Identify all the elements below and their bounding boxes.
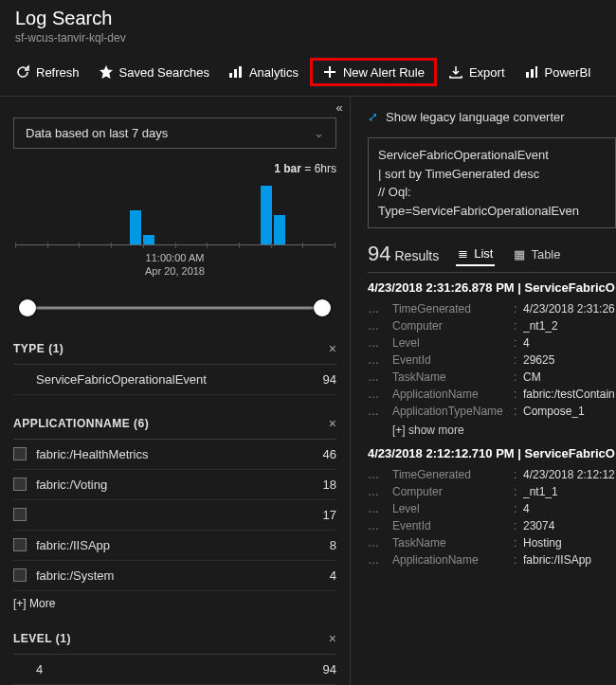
record-field: …ApplicationName:fabric:/testContain [368,386,616,403]
facet-row[interactable]: 494 [13,655,336,685]
histogram-bar[interactable] [274,215,285,244]
field-key: ApplicationName [392,553,514,567]
facet-value-count: 17 [323,508,336,522]
slider-thumb-end[interactable] [314,299,331,316]
chevron-down-icon: ⌄ [314,126,324,140]
query-line: ServiceFabricOperationalEvent [378,146,606,165]
record-field: …TaskName:Hosting [368,534,616,551]
record-field: …Level:4 [368,500,616,517]
field-menu-icon[interactable]: … [368,353,392,367]
field-key: Level [392,336,514,350]
facet-value-label: fabric:/System [36,568,330,583]
facet-close-icon[interactable]: × [329,416,336,431]
field-key: Computer [392,319,514,333]
checkbox[interactable] [13,538,27,551]
facet-row[interactable]: fabric:/HealthMetrics46 [13,440,336,470]
checkbox[interactable] [13,568,27,582]
export-label: Export [469,65,505,80]
field-value: 4 [523,336,616,350]
new-alert-rule-button[interactable]: New Alert Rule [310,58,437,86]
record-field: …Computer:_nt1_1 [368,483,616,500]
result-record: 4/23/2018 2:12:12.710 PM | ServiceFabric… [368,446,616,568]
field-menu-icon[interactable]: … [368,336,392,350]
facet-title: TYPE (1) [13,342,63,355]
field-menu-icon[interactable]: … [368,388,392,401]
facet-row[interactable]: 17 [13,500,336,531]
export-icon [448,64,463,80]
record-field: …TimeGenerated:4/23/2018 2:31:26 [368,300,616,317]
checkbox[interactable] [13,508,27,521]
facet-close-icon[interactable]: × [329,341,336,356]
analytics-icon [228,64,244,80]
facet-value-count: 4 [330,568,336,583]
field-menu-icon[interactable]: … [368,370,392,384]
field-menu-icon[interactable]: … [368,519,392,532]
histogram-bar[interactable] [261,186,272,244]
record-header[interactable]: 4/23/2018 2:12:12.710 PM | ServiceFabric… [368,446,616,460]
facet-value-label: fabric:/Voting [36,478,323,492]
field-menu-icon[interactable]: … [368,302,392,315]
field-menu-icon[interactable]: … [368,319,392,333]
show-legacy-converter[interactable]: ⤢ Show legacy language converter [368,110,616,124]
field-value: Compose_1 [523,405,616,418]
field-value: _nt1_1 [523,485,616,498]
saved-searches-label: Saved Searches [119,65,209,80]
field-menu-icon[interactable]: … [368,553,392,567]
query-box[interactable]: ServiceFabricOperationalEvent | sort by … [368,137,616,228]
histogram-chart[interactable] [15,179,335,245]
histogram-bar[interactable] [130,210,141,244]
checkbox[interactable] [13,478,27,491]
record-field: …Level:4 [368,334,616,352]
refresh-button[interactable]: Refresh [8,60,87,84]
record-field: …TimeGenerated:4/23/2018 2:12:12 [368,466,616,483]
right-panel: ⤢ Show legacy language converter Service… [351,97,616,685]
field-value: 23074 [523,519,616,532]
facet-more[interactable]: [+] More [13,597,336,610]
field-menu-icon[interactable]: … [368,405,392,418]
field-key: TimeGenerated [392,302,514,315]
powerbi-button[interactable]: PowerBI [516,60,599,84]
facet-row[interactable]: fabric:/Voting18 [13,470,336,500]
facet-close-icon[interactable]: × [329,631,336,646]
field-value: CM [523,370,616,384]
record-field: …Computer:_nt1_2 [368,317,616,334]
field-key: TaskName [392,536,514,550]
collapse-left-icon[interactable]: « [331,99,348,116]
field-value: fabric:/IISApp [523,553,616,567]
field-value: fabric:/testContain [523,388,616,401]
field-menu-icon[interactable]: … [368,502,392,515]
saved-searches-button[interactable]: Saved Searches [91,60,217,84]
record-header[interactable]: 4/23/2018 2:31:26.878 PM | ServiceFabric… [368,280,616,295]
facet-value-label: fabric:/HealthMetrics [36,447,323,461]
list-icon: ≣ [458,246,468,261]
field-value: 4 [523,502,616,515]
checkbox[interactable] [13,447,27,460]
field-menu-icon[interactable]: … [368,536,392,550]
facet-row[interactable]: fabric:/IISApp8 [13,531,336,561]
analytics-button[interactable]: Analytics [221,60,306,84]
field-menu-icon[interactable]: … [368,485,392,498]
histogram-bar[interactable] [143,235,154,244]
export-button[interactable]: Export [441,60,513,84]
record-field: …TaskName:CM [368,369,616,386]
refresh-label: Refresh [36,65,80,80]
new-alert-rule-label: New Alert Rule [343,65,425,80]
svg-rect-0 [229,73,232,78]
time-range-dropdown[interactable]: Data based on last 7 days ⌄ [13,117,336,149]
slider-thumb-start[interactable] [19,299,36,316]
view-list-tab[interactable]: ≣ List [456,243,495,266]
field-key: EventId [392,519,514,532]
field-value: 4/23/2018 2:12:12 [523,468,616,481]
facet-row[interactable]: ServiceFabricOperationalEvent94 [13,365,336,395]
field-menu-icon[interactable]: … [368,468,392,481]
facet-value-count: 46 [323,447,336,461]
slider-track [21,306,329,309]
legacy-label: Show legacy language converter [386,110,565,124]
result-record: 4/23/2018 2:31:26.878 PM | ServiceFabric… [368,280,616,437]
svg-rect-4 [531,69,534,78]
facet-row[interactable]: fabric:/System4 [13,561,336,591]
time-slider[interactable] [15,296,335,320]
field-key: Computer [392,485,514,498]
view-table-tab[interactable]: ▦ Table [512,243,562,265]
record-show-more[interactable]: [+] show more [392,424,616,437]
